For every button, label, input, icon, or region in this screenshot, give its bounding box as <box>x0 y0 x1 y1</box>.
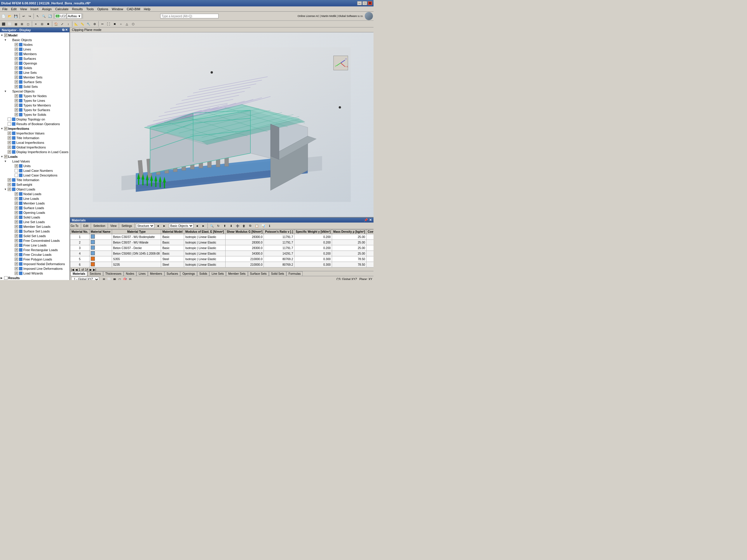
page-next[interactable]: ▶ <box>89 268 92 271</box>
tree-item[interactable]: Member Set Loads <box>4 224 69 229</box>
tree-item[interactable]: ▼Special ObjectsTypes for NodesTypes for… <box>1 89 69 117</box>
menu-item-help[interactable]: Help <box>142 7 152 11</box>
tree-item[interactable]: ▼Object LoadsNodal LoadsLine LoadsMember… <box>1 187 69 276</box>
tree-checkbox[interactable] <box>7 117 11 121</box>
tb2-15[interactable]: ⚙ <box>92 21 98 27</box>
tree-item[interactable]: Load Wizards <box>4 271 69 276</box>
objects-filter[interactable]: Basic Objects <box>169 223 194 228</box>
tree-item[interactable]: Free Polygon Loads <box>4 257 69 262</box>
tree-results-header[interactable]: ▶Results <box>1 276 69 280</box>
search-input[interactable] <box>160 14 218 18</box>
tree-item[interactable]: Types for Lines <box>4 98 69 103</box>
nav-close-btn[interactable]: ✕ <box>65 28 68 32</box>
tab-solid-sets[interactable]: Solid Sets <box>269 271 286 276</box>
tree-item[interactable]: Display Imperfections in Load Cases & Co… <box>1 150 69 154</box>
table-row[interactable]: 3Beton C30/37 - DeckeBasicIsotropic | Li… <box>70 245 374 251</box>
tree-item[interactable]: Solids <box>4 65 69 70</box>
undo-btn[interactable]: ↩ <box>21 13 27 19</box>
tree-item[interactable]: Solid Loads <box>4 215 69 220</box>
tree-item[interactable]: Imposed Nodal Deformations <box>4 262 69 266</box>
tree-item[interactable]: Imposed Line Deformations <box>4 266 69 271</box>
new-btn[interactable]: 📄 <box>1 13 6 19</box>
goto-btn[interactable]: Go To <box>71 224 78 228</box>
structure-filter[interactable]: Structure <box>136 223 154 228</box>
tree-checkbox[interactable] <box>15 258 18 261</box>
tree-checkbox[interactable] <box>15 48 18 51</box>
tree-checkbox[interactable] <box>7 122 11 126</box>
tree-item[interactable]: Load Case Descriptions <box>4 173 69 178</box>
tree-checkbox[interactable] <box>15 85 18 88</box>
tb2-8[interactable]: ✱ <box>45 21 51 27</box>
tree-imperfections-header[interactable]: ▼Imperfections <box>1 126 69 131</box>
status-icon3[interactable]: ▦ <box>112 277 117 280</box>
load-group-dropdown[interactable]: Aufbau ▼ <box>67 14 82 19</box>
tb2-2[interactable]: ⬜ <box>7 21 12 27</box>
tree-checkbox[interactable] <box>15 52 18 56</box>
tree-checkbox[interactable] <box>15 71 18 74</box>
tree-item[interactable]: Self-weight <box>1 182 69 187</box>
tree-item[interactable]: Local Imperfections <box>1 140 69 145</box>
tree-item[interactable]: Line Set Loads <box>4 220 69 224</box>
tree-item[interactable]: Line Sets <box>4 70 69 75</box>
menu-item-tools[interactable]: Tools <box>84 7 96 11</box>
menu-item-insert[interactable]: Insert <box>29 7 40 11</box>
select-btn[interactable]: ↖ <box>35 13 41 19</box>
tb2-5[interactable]: ◻ <box>25 21 31 27</box>
tree-checkbox[interactable] <box>15 113 18 116</box>
materials-close-btn[interactable]: ✕ <box>369 218 372 222</box>
tree-item[interactable]: Lines <box>4 47 69 52</box>
tb2-7[interactable]: ⊟ <box>39 21 45 27</box>
tree-item[interactable]: Types for Nodes <box>4 94 69 98</box>
tree-checkbox[interactable] <box>15 197 18 201</box>
load-case-dropdown[interactable]: G LC2 <box>55 14 67 19</box>
tab-materials[interactable]: Materials <box>71 271 87 276</box>
tree-checkbox[interactable] <box>15 271 18 275</box>
table-row[interactable]: 1Beton C30/37 - WU BodenplatteBasicIsotr… <box>70 234 374 240</box>
zoom-table-btn[interactable]: 🔍 <box>209 223 215 229</box>
tab-line-sets[interactable]: Line Sets <box>209 271 226 276</box>
tb2-11[interactable]: ↕ <box>66 21 71 27</box>
tree-item[interactable]: Load Case Numbers <box>4 168 69 173</box>
tree-item[interactable]: Free Rectangular Loads <box>4 248 69 252</box>
tree-item[interactable]: Results of Boolean Operations <box>1 122 69 126</box>
tree-item[interactable]: Opening Loads <box>4 210 69 215</box>
tree-checkbox[interactable] <box>7 188 11 191</box>
tree-checkbox[interactable] <box>15 104 18 107</box>
tree-checkbox[interactable] <box>15 225 18 229</box>
menu-item-edit[interactable]: Edit <box>9 7 18 11</box>
tree-checkbox[interactable] <box>15 248 18 252</box>
status-icon4[interactable]: ◻ <box>117 277 122 280</box>
tree-item[interactable]: Member Sets <box>4 75 69 80</box>
tree-checkbox[interactable] <box>15 206 18 210</box>
tab-surfaces[interactable]: Surfaces <box>164 271 180 276</box>
tree-checkbox[interactable] <box>15 76 18 79</box>
tree-checkbox[interactable] <box>7 150 11 154</box>
import-btn[interactable]: ⬇ <box>228 223 234 229</box>
results-checkbox[interactable] <box>4 276 7 280</box>
export-btn[interactable]: ⬆ <box>222 223 228 229</box>
menu-item-calculate[interactable]: Calculate <box>53 7 70 11</box>
selection-btn[interactable]: Selection <box>93 224 105 228</box>
tab-lines[interactable]: Lines <box>136 271 148 276</box>
tree-checkbox[interactable] <box>15 243 18 247</box>
tree-checkbox[interactable] <box>15 211 18 214</box>
prev-btn[interactable]: ◀ <box>155 223 161 229</box>
filter-next-btn[interactable]: ▶ <box>201 223 206 229</box>
tree-checkbox[interactable] <box>7 136 11 140</box>
tree-checkbox[interactable] <box>15 239 18 242</box>
tree-checkbox[interactable] <box>15 108 18 112</box>
tree-checkbox[interactable] <box>15 262 18 266</box>
tb2-20[interactable]: △ <box>124 21 130 27</box>
page-last[interactable]: ▶| <box>93 268 96 271</box>
tb2-14[interactable]: 🔧 <box>85 21 91 27</box>
tree-item[interactable]: ▼Load ValuesUnitsLoad Case NumbersLoad C… <box>1 159 69 178</box>
minimize-button[interactable]: ─ <box>357 1 362 5</box>
tb2-3[interactable]: ▦ <box>13 21 19 27</box>
tree-checkbox[interactable] <box>15 216 18 219</box>
table-row[interactable]: 6S235SteelIsotropic | Linear Elastic2100… <box>70 262 374 267</box>
tree-item[interactable]: Solid Set Loads <box>4 234 69 238</box>
tree-item[interactable]: Title Information <box>1 178 69 182</box>
tree-item[interactable]: Line Loads <box>4 196 69 201</box>
tb2-1[interactable]: ⬛ <box>1 21 6 27</box>
coord-system-select[interactable]: 1 - Global XYZ <box>71 277 99 280</box>
